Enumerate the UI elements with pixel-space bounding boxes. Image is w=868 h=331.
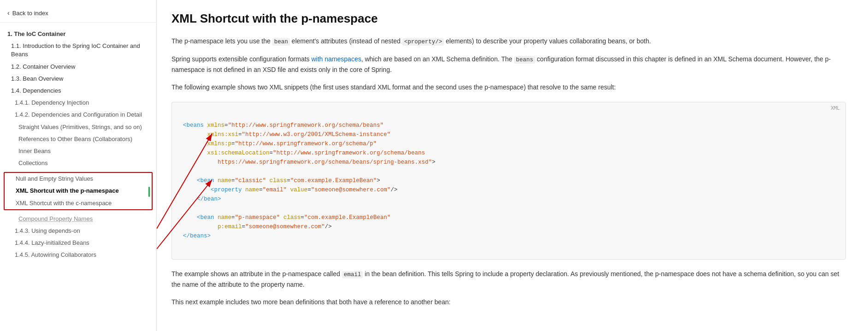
xml-value-class-classic: "com.example.ExampleBean" <box>290 177 377 184</box>
para1-code2: <property/> <box>402 38 444 46</box>
back-label: Back to index <box>12 10 48 17</box>
xml-tag-beans-close: </beans> <box>183 233 211 239</box>
xml-value-class-pns: "com.example.ExampleBean" <box>304 214 391 221</box>
sidebar-item-dependency-injection[interactable]: 1.4.1. Dependency Injection <box>0 97 156 109</box>
xml-value-name-classic: "classic" <box>235 177 266 184</box>
paragraph-2: Spring supports extensible configuration… <box>171 54 846 75</box>
para1-start: The p-namespace lets you use the <box>171 37 272 45</box>
sidebar: ‹ Back to index 1. The IoC Container 1.1… <box>0 0 157 331</box>
sidebar-item-using-depends-on[interactable]: 1.4.3. Using depends-on <box>0 225 156 237</box>
xml-tag-bean-classic-close: </bean> <box>197 196 221 202</box>
paragraph-1: The p-namespace lets you use the bean el… <box>171 36 846 47</box>
main-content: XML Shortcut with the p-namespace The p-… <box>157 0 868 331</box>
code-lang-label: XML <box>831 105 840 111</box>
xml-attr-schema-location: xsi:schemaLocation <box>207 150 270 156</box>
para1-end: elements) to describe your property valu… <box>444 37 651 45</box>
sidebar-item-null-empty[interactable]: Null and Empty String Values <box>5 173 152 185</box>
xml-attr-xmlns-xsi: xmlns:xsi <box>207 131 239 138</box>
xml-attr-prop-value: value <box>290 187 308 193</box>
with-namespaces-link[interactable]: with namespaces <box>312 55 361 63</box>
para1-mid: element's attributes (instead of nested <box>290 37 402 45</box>
xml-tag-beans-open: <beans <box>183 122 204 129</box>
para2-code: beans <box>514 56 535 64</box>
sidebar-item-dependencies[interactable]: 1.4. Dependencies <box>0 85 156 97</box>
back-arrow-icon: ‹ <box>7 9 10 17</box>
nav-section-main: 1. The IoC Container 1.1. Introduction t… <box>0 26 156 171</box>
page-title: XML Shortcut with the p-namespace <box>171 11 846 27</box>
xml-tag-property: <property <box>211 187 242 193</box>
code-block[interactable]: <beans xmlns="http://www.springframework… <box>172 102 845 259</box>
nav-highlight-box: Null and Empty String Values XML Shortcu… <box>4 172 153 210</box>
xml-value-prop-value: "someone@somewhere.com" <box>311 187 391 193</box>
xml-value-xmlns: "http://www.springframework.org/schema/b… <box>228 122 384 129</box>
xml-attr-prop-name: name <box>245 187 259 193</box>
sidebar-item-compound-property[interactable]: Compound Property Names <box>0 213 156 225</box>
xml-value-xsi: "http://www.w3.org/2001/XMLSchema-instan… <box>242 131 391 138</box>
para2-start: Spring supports extensible configuration… <box>171 55 312 63</box>
sidebar-item-container-overview[interactable]: 1.2. Container Overview <box>0 61 156 73</box>
paragraph-3: The following example shows two XML snip… <box>171 82 846 92</box>
xml-attr-xmlns: xmlns <box>207 122 225 129</box>
xml-value-name-pns: "p-namespace" <box>235 214 280 221</box>
sidebar-item-straight-values[interactable]: Straight Values (Primitives, Strings, an… <box>0 121 156 133</box>
sidebar-item-xml-p-namespace[interactable]: XML Shortcut with the p-namespace <box>5 185 152 197</box>
sidebar-item-xml-c-namespace[interactable]: XML Shortcut with the c-namespace <box>5 197 152 209</box>
nav-section-after: Compound Property Names 1.4.3. Using dep… <box>0 211 156 263</box>
xml-value-prop-name: "email" <box>263 187 287 193</box>
sidebar-item-inner-beans[interactable]: Inner Beans <box>0 145 156 157</box>
sidebar-item-autowiring[interactable]: 1.4.5. Autowiring Collaborators <box>0 249 156 261</box>
xml-value-schema-loc1: "http://www.springframework.org/schema/b… <box>273 150 425 156</box>
xml-value-p: "http://www.springframework.org/schema/p… <box>235 141 377 147</box>
para4-code: email <box>342 271 363 278</box>
xml-value-p-email: "someone@somewhere.com" <box>245 224 325 230</box>
para2-mid: , which are based on an XML Schema defin… <box>361 55 514 63</box>
sidebar-item-lazy-init[interactable]: 1.4.4. Lazy-initialized Beans <box>0 237 156 249</box>
xml-tag-bean-pns: <bean <box>197 214 214 221</box>
xml-attr-class-classic: class <box>270 177 287 184</box>
para4-start: The example shows an attribute in the p-… <box>171 270 342 278</box>
xml-attr-name-classic: name <box>218 177 231 184</box>
back-to-index-link[interactable]: ‹ Back to index <box>0 6 156 23</box>
sidebar-item-collections[interactable]: Collections <box>0 157 156 169</box>
sidebar-item-bean-overview[interactable]: 1.3. Bean Overview <box>0 73 156 85</box>
xml-tag-bean-classic: <bean <box>197 177 214 184</box>
sidebar-item-references-beans[interactable]: References to Other Beans (Collaborators… <box>0 133 156 145</box>
scroll-indicator <box>148 187 150 197</box>
xml-value-schema-loc2: https://www.springframework.org/schema/b… <box>218 159 432 166</box>
paragraph-4: The example shows an attribute in the p-… <box>171 269 846 290</box>
xml-attr-name-pns: name <box>218 214 231 221</box>
xml-attr-class-pns: class <box>283 214 301 221</box>
sidebar-item-dependencies-config[interactable]: 1.4.2. Dependencies and Configuration in… <box>0 109 156 121</box>
xml-attr-p-email: p:email <box>218 224 242 230</box>
sidebar-item-ioc-container[interactable]: 1. The IoC Container <box>0 28 156 40</box>
sidebar-item-intro-spring-ioc[interactable]: 1.1. Introduction to the Spring IoC Cont… <box>0 40 156 60</box>
para1-code1: bean <box>272 38 290 46</box>
code-block-wrapper: XML <beans xmlns="http://www.springframe… <box>171 102 846 260</box>
paragraph-5: This next example includes two more bean… <box>171 297 846 307</box>
xml-attr-xmlns-p: xmlns:p <box>207 141 232 147</box>
